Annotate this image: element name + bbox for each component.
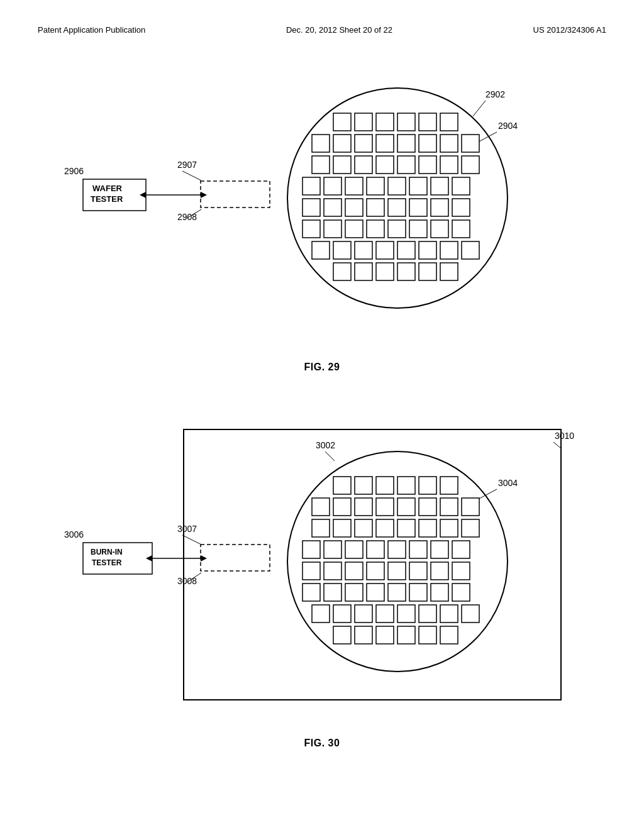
svg-rect-122 bbox=[452, 584, 470, 601]
svg-rect-10 bbox=[333, 135, 351, 152]
svg-rect-44 bbox=[367, 220, 384, 238]
svg-rect-53 bbox=[397, 241, 415, 259]
svg-rect-28 bbox=[367, 177, 384, 195]
svg-rect-83 bbox=[312, 498, 330, 516]
svg-rect-82 bbox=[440, 477, 458, 494]
svg-rect-94 bbox=[376, 519, 394, 537]
svg-rect-49 bbox=[312, 241, 330, 259]
svg-rect-96 bbox=[419, 519, 436, 537]
svg-marker-143 bbox=[201, 555, 207, 562]
svg-rect-58 bbox=[355, 263, 372, 280]
label-2906: 2906 bbox=[64, 166, 84, 176]
svg-rect-135 bbox=[419, 626, 436, 644]
svg-rect-115 bbox=[303, 584, 320, 601]
label-3006: 3006 bbox=[64, 529, 84, 540]
svg-rect-62 bbox=[440, 263, 458, 280]
label-3007: 3007 bbox=[177, 524, 197, 534]
svg-rect-126 bbox=[376, 605, 394, 622]
figure-29-section: 2902 2904 bbox=[38, 66, 606, 373]
svg-rect-35 bbox=[345, 199, 363, 216]
figure-30-caption: FIG. 30 bbox=[38, 738, 606, 749]
svg-rect-18 bbox=[333, 156, 351, 174]
svg-rect-129 bbox=[440, 605, 458, 622]
svg-rect-109 bbox=[345, 562, 363, 580]
svg-rect-112 bbox=[409, 562, 427, 580]
svg-rect-12 bbox=[376, 135, 394, 152]
svg-rect-45 bbox=[388, 220, 406, 238]
svg-rect-102 bbox=[367, 541, 384, 558]
svg-rect-22 bbox=[419, 156, 436, 174]
svg-rect-5 bbox=[376, 113, 394, 131]
svg-rect-116 bbox=[324, 584, 341, 601]
svg-rect-78 bbox=[355, 477, 372, 494]
svg-rect-81 bbox=[419, 477, 436, 494]
svg-rect-110 bbox=[367, 562, 384, 580]
svg-rect-19 bbox=[355, 156, 372, 174]
figure-29-svg: 2902 2904 bbox=[45, 66, 599, 349]
svg-rect-54 bbox=[419, 241, 436, 259]
svg-rect-23 bbox=[440, 156, 458, 174]
svg-rect-105 bbox=[431, 541, 448, 558]
svg-rect-80 bbox=[397, 477, 415, 494]
svg-rect-14 bbox=[419, 135, 436, 152]
svg-line-73 bbox=[553, 442, 561, 448]
svg-rect-101 bbox=[345, 541, 363, 558]
svg-rect-29 bbox=[388, 177, 406, 195]
svg-rect-26 bbox=[324, 177, 341, 195]
svg-rect-27 bbox=[345, 177, 363, 195]
svg-rect-67 bbox=[201, 181, 270, 208]
svg-rect-59 bbox=[376, 263, 394, 280]
svg-rect-132 bbox=[355, 626, 372, 644]
svg-line-140 bbox=[182, 535, 201, 545]
header-left: Patent Application Publication bbox=[38, 25, 145, 35]
svg-rect-31 bbox=[431, 177, 448, 195]
svg-rect-17 bbox=[312, 156, 330, 174]
svg-rect-106 bbox=[452, 541, 470, 558]
label-3004: 3004 bbox=[498, 478, 518, 488]
figure-30-area: 3010 3002 3004 bbox=[38, 411, 606, 725]
svg-rect-119 bbox=[388, 584, 406, 601]
svg-rect-52 bbox=[376, 241, 394, 259]
svg-rect-87 bbox=[397, 498, 415, 516]
svg-rect-16 bbox=[462, 135, 479, 152]
svg-rect-86 bbox=[376, 498, 394, 516]
svg-rect-21 bbox=[397, 156, 415, 174]
svg-rect-77 bbox=[333, 477, 351, 494]
svg-rect-90 bbox=[462, 498, 479, 516]
label-2907: 2907 bbox=[177, 160, 197, 170]
svg-text:BURN-IN: BURN-IN bbox=[91, 548, 123, 556]
svg-rect-134 bbox=[397, 626, 415, 644]
svg-rect-38 bbox=[409, 199, 427, 216]
svg-rect-51 bbox=[355, 241, 372, 259]
svg-rect-4 bbox=[355, 113, 372, 131]
svg-text:TESTER: TESTER bbox=[91, 194, 123, 204]
svg-line-75 bbox=[325, 451, 335, 461]
label-2904: 2904 bbox=[498, 121, 518, 131]
svg-rect-130 bbox=[462, 605, 479, 622]
svg-rect-72 bbox=[184, 429, 561, 700]
svg-rect-136 bbox=[440, 626, 458, 644]
svg-marker-70 bbox=[140, 192, 146, 198]
svg-rect-40 bbox=[452, 199, 470, 216]
svg-rect-133 bbox=[376, 626, 394, 644]
svg-rect-42 bbox=[324, 220, 341, 238]
svg-text:WAFER: WAFER bbox=[92, 184, 123, 193]
svg-rect-85 bbox=[355, 498, 372, 516]
svg-rect-9 bbox=[312, 135, 330, 152]
figure-29-area: 2902 2904 bbox=[38, 66, 606, 349]
svg-line-66 bbox=[182, 171, 201, 180]
svg-rect-131 bbox=[333, 626, 351, 644]
svg-rect-99 bbox=[303, 541, 320, 558]
svg-rect-107 bbox=[303, 562, 320, 580]
svg-rect-37 bbox=[388, 199, 406, 216]
svg-rect-124 bbox=[333, 605, 351, 622]
svg-rect-7 bbox=[419, 113, 436, 131]
svg-rect-8 bbox=[440, 113, 458, 131]
label-3002: 3002 bbox=[316, 440, 335, 450]
svg-rect-98 bbox=[462, 519, 479, 537]
svg-text:TESTER: TESTER bbox=[92, 558, 122, 567]
svg-rect-39 bbox=[431, 199, 448, 216]
label-3010: 3010 bbox=[555, 431, 574, 441]
svg-rect-91 bbox=[312, 519, 330, 537]
svg-rect-50 bbox=[333, 241, 351, 259]
